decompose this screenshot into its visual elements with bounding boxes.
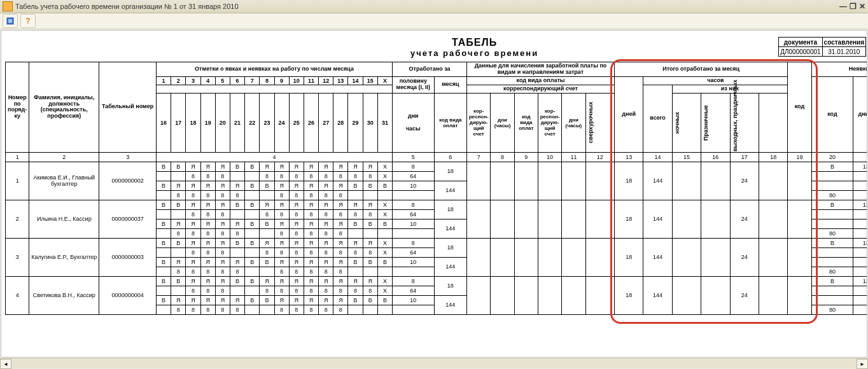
col-holi: Празничные [703,94,709,151]
minimize-button[interactable]: — [839,2,847,11]
day-col-5: 5 [215,76,230,85]
day-col-22: 22 [245,93,260,152]
day-col-16: 16 [157,93,171,152]
col-abs-kod: код [811,76,853,152]
col-half-month: половину месяца (I, II) [393,76,435,93]
col-hours-grp: часов [643,76,788,85]
svg-rect-1 [8,19,12,23]
app-icon [3,1,13,11]
abs-dh-2: 13 (104) [853,200,867,209]
col-tabno: Табельный номер [99,62,157,153]
mholi-2: 24 [730,200,759,238]
tabno-1: 0000000002 [99,162,157,200]
scroll-right-button[interactable]: ► [857,359,868,369]
toolbar: ? [0,13,868,29]
col-corr: корреспондирующий счет [467,85,615,93]
order-1: 1 [6,162,29,200]
col-marks: Отметки о явках и неявках на работу по ч… [157,62,393,77]
col-ofthem: из них [672,85,788,93]
day-col-9: 9 [274,76,289,85]
preview-button[interactable] [3,14,18,28]
col-worked: Отработано за [393,62,467,77]
mholi-4: 24 [730,276,759,314]
name-4: Светикова В.Н., Кассир [29,276,99,314]
col-abs-days: дни (часы) [853,76,867,152]
day-col-31: 31 [377,93,392,152]
col-ksch2: кор-респон-дирую-щий счет [538,93,561,152]
mall-3: 144 [643,238,672,276]
day-col-4: 4 [200,76,215,85]
timesheet-table: Номер по поряд-ку Фамилия, инициалы, дол… [5,62,867,315]
col-kv1: код вида оплат [434,93,466,152]
order-3: 3 [6,238,29,276]
day-col-6: 6 [230,76,244,85]
meta-comp-value: 31.01.2010 [822,47,865,57]
col-dh2: дни (часы) [562,93,585,152]
abs-k-2: В [811,200,853,209]
day-col-x: X [377,76,392,85]
meta-doc-value: ДЛ000000001 [779,47,822,57]
day-col-26: 26 [304,93,318,152]
col-m-total: всего [643,85,672,152]
day-col-10: 10 [289,76,304,85]
col-over: сверхурочных [587,94,594,151]
day-col-12: 12 [319,76,333,85]
day-col-15: 15 [363,76,377,85]
day-col-29: 29 [348,93,363,152]
col-dh1: дни (часы) [491,93,514,152]
day-col-23: 23 [260,93,274,152]
column-number-row: 123 4 56 789101112 131415161718 192021 [6,152,868,162]
day-col-20: 20 [215,93,230,152]
title-line2: учета рабочего времени [171,48,778,58]
day-col-21: 21 [230,93,244,152]
day-col-19: 19 [200,93,215,152]
mholi-1: 24 [730,162,759,200]
abs-dh-3: 13 (104) [853,238,867,247]
col-kod-ext: код [788,62,811,153]
tabno-4: 0000000004 [99,276,157,314]
mall-1: 144 [643,162,672,200]
col-absences: Неявки по причи [811,62,867,77]
order-2: 2 [6,200,29,238]
horizontal-scrollbar[interactable]: ◄ ► [0,358,868,369]
abs-k-1: В [811,162,853,171]
tabno-2: 0000000037 [99,200,157,238]
meta-doc-label: документа [779,38,822,47]
col-month: месяц [434,76,466,93]
abs-k-4: В [811,276,853,286]
col-payroll: Данные для начисления заработной платы п… [467,62,615,77]
help-button[interactable]: ? [20,14,36,28]
day-col-11: 11 [304,76,318,85]
col-days-h: дничасы [393,93,435,152]
close-button[interactable]: ✕ [859,2,865,11]
mdays-4: 18 [614,276,643,314]
col-paycode: код вида оплаты [467,76,615,85]
day-col-3: 3 [186,76,200,85]
day-col-13: 13 [333,76,348,85]
mdays-2: 18 [614,200,643,238]
abs-k-3: В [811,238,853,247]
day-col-27: 27 [319,93,333,152]
col-fio: Фамилия, инициалы, должность (специально… [29,62,99,153]
maximize-button[interactable]: ❐ [850,2,857,11]
meta-comp-label: составления [822,38,865,47]
title-bar: Табель учета рабочего времени организаци… [0,0,868,13]
window: Табель учета рабочего времени организаци… [0,0,868,369]
day-col-30: 30 [363,93,377,152]
mall-2: 144 [643,200,672,238]
name-3: Калугина Е.Р., Бухгалтер [29,238,99,276]
col-night: ночных [674,94,680,151]
col-whol: выходных, праздничных [732,94,738,151]
scroll-left-button[interactable]: ◄ [0,359,11,369]
col-kv2: код вида оплат [514,93,538,152]
scroll-track[interactable] [11,359,857,368]
work-area[interactable]: ТАБЕЛЬ учета рабочего времени документас… [1,30,867,358]
meta-doc-table: документасоставления ДЛ00000000131.01.20… [778,37,866,57]
tabno-3: 0000000003 [99,238,157,276]
day-col-1: 1 [157,76,171,85]
mholi-3: 24 [730,238,759,276]
day-col-8: 8 [260,76,274,85]
day-col-28: 28 [333,93,348,152]
name-1: Акимова Е.И., Главный бухгалтер [29,162,99,200]
day-col-2: 2 [171,76,186,85]
